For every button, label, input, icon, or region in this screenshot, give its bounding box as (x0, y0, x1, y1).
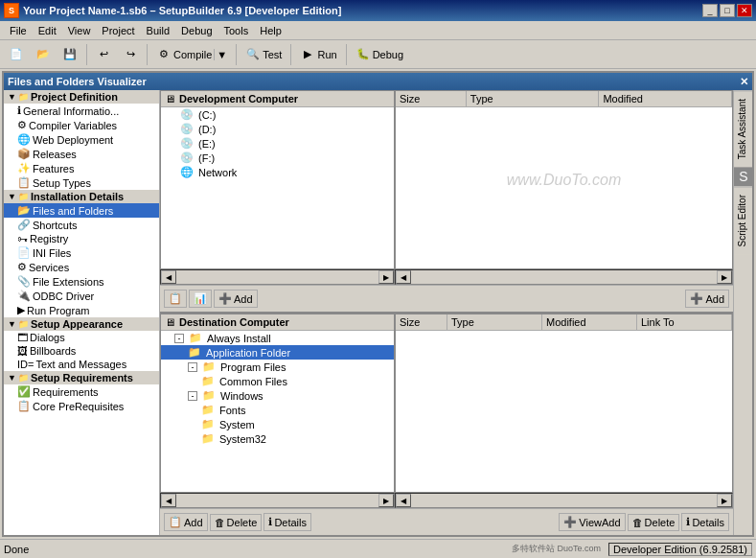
drive-f[interactable]: 💿 (F:) (161, 151, 394, 165)
top-btn-2[interactable]: 📊 (189, 290, 212, 308)
section-installation-details[interactable]: ▼ 📁 Installation Details (4, 190, 159, 203)
sidebar-item-ini-files[interactable]: 📄 INI Files (4, 245, 159, 260)
menu-project[interactable]: Project (96, 23, 140, 38)
files-folders-icon: 📂 (17, 204, 31, 217)
close-button[interactable]: ✕ (737, 4, 752, 17)
sidebar-item-compiler-vars[interactable]: ⚙ Compiler Variables (4, 118, 159, 132)
top-right-add-button[interactable]: ➕ Add (685, 290, 729, 308)
menu-view[interactable]: View (62, 23, 97, 38)
sidebar-item-registry[interactable]: 🗝 Registry (4, 232, 159, 245)
sidebar-item-setup-types[interactable]: 📋 Setup Types (4, 175, 159, 190)
drive-e[interactable]: 💿 (E:) (161, 136, 394, 151)
drive-d[interactable]: 💿 (D:) (161, 122, 394, 136)
bottom-hscroll[interactable]: ◀ ▶ ◀ ▶ (160, 493, 733, 508)
top-right-scroll-right[interactable]: ▶ (717, 270, 732, 284)
system32-folder[interactable]: 📁 System32 (161, 431, 394, 446)
always-install[interactable]: - 📁 Always Install (161, 331, 394, 345)
bottom-right-details-btn[interactable]: ℹ Details (681, 513, 729, 531)
script-editor-tab[interactable]: Script Editor (734, 186, 752, 254)
bottom-viewadd-btn[interactable]: ➕ ViewAdd (559, 513, 625, 531)
compile-button[interactable]: ⚙ Compile ▼ (151, 44, 232, 65)
sidebar-item-odbc[interactable]: 🔌 ODBC Driver (4, 289, 159, 303)
top-right-scroll-track[interactable] (411, 270, 717, 284)
new-button[interactable]: 📄 (4, 44, 29, 65)
bot-right-scroll-track[interactable] (411, 494, 717, 507)
bottom-details-btn[interactable]: ℹ Details (263, 513, 311, 531)
open-button[interactable]: 📂 (31, 44, 56, 65)
modified-col-header[interactable]: Modified (599, 91, 732, 106)
bottom-modified-col[interactable]: Modified (542, 314, 637, 330)
menu-edit[interactable]: Edit (33, 23, 62, 38)
menu-file[interactable]: File (4, 23, 33, 38)
section-setup-requirements[interactable]: ▼ 📁 Setup Requirements (4, 371, 159, 384)
bot-right-scroll-right[interactable]: ▶ (717, 494, 732, 507)
program-files-expand[interactable]: - (188, 362, 197, 372)
separator-3 (236, 44, 237, 65)
task-assistant-tab[interactable]: Task Assistant (734, 90, 752, 167)
maximize-button[interactable]: □ (720, 4, 735, 17)
run-button[interactable]: ▶ Run (295, 44, 341, 65)
always-install-expand[interactable]: - (174, 334, 184, 343)
minimize-button[interactable]: _ (702, 4, 718, 17)
size-col-header[interactable]: Size (396, 91, 467, 106)
menu-tools[interactable]: Tools (218, 23, 255, 38)
sidebar-item-core-prerequisites[interactable]: 📋 Core PreRequisites (4, 399, 159, 413)
menu-debug[interactable]: Debug (175, 23, 218, 38)
sidebar-item-dialogs[interactable]: 🗔 Dialogs (4, 331, 159, 344)
title-bar-buttons[interactable]: _ □ ✕ (702, 4, 752, 17)
top-btn-1[interactable]: 📋 (164, 290, 187, 308)
application-folder[interactable]: 📁 Application Folder (161, 345, 394, 360)
bottom-right-delete-btn[interactable]: 🗑 Delete (628, 514, 680, 531)
top-add-icon: ➕ (218, 292, 232, 305)
sidebar-item-run-program[interactable]: ▶ Run Program (4, 303, 159, 317)
test-button[interactable]: 🔍 Test (241, 44, 286, 65)
common-files[interactable]: 📁 Common Files (161, 374, 394, 388)
undo-button[interactable]: ↩ (91, 44, 116, 65)
save-button[interactable]: 💾 (57, 44, 82, 65)
dev-computer-title: Development Computer (179, 93, 298, 105)
top-scroll-right[interactable]: ▶ (378, 270, 394, 284)
window-close-icon[interactable]: ✕ (740, 76, 748, 88)
windows-folder[interactable]: - 📁 Windows (161, 388, 394, 403)
sidebar-item-text-messages[interactable]: ID= Text and Messages (4, 358, 159, 371)
debug-button[interactable]: 🐛 Debug (351, 44, 408, 65)
sidebar-item-billboards[interactable]: 🖼 Billboards (4, 344, 159, 358)
sidebar-item-shortcuts[interactable]: 🔗 Shortcuts (4, 218, 159, 232)
sidebar-item-files-folders[interactable]: 📂 Files and Folders (4, 203, 159, 218)
sidebar-item-requirements[interactable]: ✅ Requirements (4, 384, 159, 399)
bot-scroll-right[interactable]: ▶ (378, 494, 394, 507)
sidebar-item-releases[interactable]: 📦 Releases (4, 147, 159, 161)
bot-scroll-track[interactable] (176, 494, 378, 507)
menu-help[interactable]: Help (254, 23, 287, 38)
drive-c[interactable]: 💿 (C:) (161, 107, 394, 122)
top-scroll-track[interactable] (176, 270, 378, 284)
bottom-linkto-col[interactable]: Link To (637, 314, 732, 330)
bot-right-scroll-left[interactable]: ◀ (396, 494, 411, 507)
bottom-add-btn[interactable]: 📋 Add (164, 513, 208, 531)
network-node[interactable]: 🌐 Network (161, 165, 394, 179)
sidebar-item-web-deployment[interactable]: 🌐 Web Deployment (4, 132, 159, 147)
bot-scroll-left[interactable]: ◀ (161, 494, 176, 507)
system-folder[interactable]: 📁 System (161, 417, 394, 431)
section-setup-appearance[interactable]: ▼ 📁 Setup Appearance (4, 317, 159, 331)
bottom-type-col[interactable]: Type (447, 314, 542, 330)
fonts-folder[interactable]: 📁 Fonts (161, 403, 394, 417)
menu-build[interactable]: Build (141, 23, 175, 38)
sidebar-item-file-extensions[interactable]: 📎 File Extensions (4, 274, 159, 289)
section-project-definition[interactable]: ▼ 📁 Project Definition (4, 90, 159, 104)
compile-dropdown[interactable]: ▼ (214, 49, 227, 60)
bottom-delete-btn[interactable]: 🗑 Delete (210, 514, 263, 531)
top-add-button[interactable]: ➕ Add (214, 290, 258, 308)
sidebar-item-general[interactable]: ℹ General Informatio... (4, 104, 159, 118)
sidebar-item-features[interactable]: ✨ Features (4, 161, 159, 175)
windows-expand[interactable]: - (188, 391, 197, 401)
top-scroll-left[interactable]: ◀ (161, 270, 176, 284)
top-right-scroll-left[interactable]: ◀ (396, 270, 411, 284)
program-files[interactable]: - 📁 Program Files (161, 360, 394, 374)
sidebar-item-services[interactable]: ⚙ Services (4, 260, 159, 274)
type-col-header[interactable]: Type (467, 91, 600, 106)
bottom-size-col[interactable]: Size (396, 314, 447, 330)
redo-button[interactable]: ↪ (118, 44, 143, 65)
top-hscroll[interactable]: ◀ ▶ ◀ ▶ (160, 269, 733, 285)
script-editor-icon[interactable]: S (734, 167, 752, 186)
